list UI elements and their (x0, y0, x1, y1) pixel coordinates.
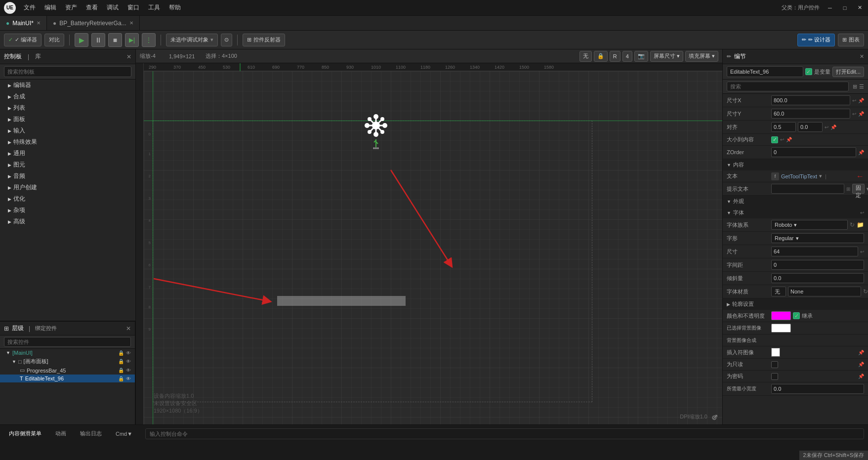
reset-align-icon[interactable]: ↩ (825, 125, 828, 130)
palette-item-list[interactable]: ▶ 列表 (0, 102, 135, 114)
canvas-flower-widget[interactable] (361, 112, 391, 153)
align-pin-icon[interactable]: 📌 (830, 125, 836, 130)
canvas-btn-camera[interactable]: 📷 (634, 51, 648, 62)
palette-item-common[interactable]: ▶ 通用 (0, 148, 135, 159)
font-reload-icon[interactable]: ↻ (850, 221, 855, 228)
more-button[interactable]: ⋮ (142, 33, 156, 47)
close-button[interactable]: ✕ (855, 3, 864, 12)
bottom-tab-content[interactable]: 内容侧滑菜单 (4, 429, 46, 438)
bottom-tab-output[interactable]: 输出日志 (75, 429, 107, 438)
font-folder-icon[interactable]: 📁 (857, 221, 864, 228)
hier-item-mainui[interactable]: ▼ [MainUI] 🔒 👁 (0, 349, 135, 357)
palette-item-effects[interactable]: ▶ 特殊效果 (0, 136, 135, 148)
menu-edit[interactable]: 编辑 (41, 2, 60, 13)
stop-button[interactable]: ■ (108, 33, 122, 47)
min-width-input[interactable] (771, 384, 864, 394)
menu-debug[interactable]: 调试 (103, 2, 123, 13)
debug-target-icon[interactable]: ⊙ (221, 34, 232, 46)
reflector-button[interactable]: ⊞ 控件反射器 (243, 34, 285, 46)
palette-item-optimize[interactable]: ▶ 优化 (0, 193, 135, 205)
tab-bp[interactable]: ● BP_BatteryRetrieverGa... ✕ (47, 16, 140, 30)
canvas-btn-4[interactable]: 4 (622, 51, 632, 62)
play-button[interactable]: ▶ (75, 33, 88, 47)
component-name-input[interactable] (727, 66, 803, 77)
canvas-viewport[interactable]: 0 1 2 3 4 5 6 7 8 9 (144, 71, 722, 424)
search-input[interactable] (4, 66, 131, 77)
sizeY-input[interactable] (771, 109, 850, 119)
zorder-input[interactable] (771, 147, 856, 157)
selected-bg-swatch[interactable] (771, 324, 791, 333)
debug-target-selector[interactable]: 未选中调试对象 ▾ (166, 34, 218, 46)
hier-item-canvas[interactable]: ▼ □ [画布面板] 🔒 👁 (0, 357, 135, 366)
diff-button[interactable]: 对比 (44, 34, 64, 46)
palette-item-editor[interactable]: ▶ 编辑器 (0, 80, 135, 91)
palette-item-panel[interactable]: ▶ 面板 (0, 114, 135, 125)
hierarchy-close-icon[interactable]: ✕ (126, 325, 131, 332)
menu-asset[interactable]: 资产 (61, 2, 81, 13)
sizeX-pin-icon[interactable]: 📌 (858, 98, 864, 103)
open-editor-btn[interactable]: 打开Edit... (832, 67, 864, 77)
list-view-icon[interactable]: ☰ (859, 84, 864, 90)
palette-item-primitive[interactable]: ▶ 图元 (0, 159, 135, 170)
reset-size-icon[interactable]: ↩ (860, 249, 864, 254)
right-panel-close[interactable]: ✕ (860, 53, 864, 60)
font-style-dropdown[interactable]: Regular ▾ (771, 233, 864, 243)
reset-sizeY-icon[interactable]: ↩ (852, 111, 856, 117)
menu-window[interactable]: 窗口 (124, 2, 143, 13)
screen-size-dropdown[interactable]: 屏幕尺寸 ▾ (650, 51, 683, 62)
sizeY-pin-icon[interactable]: 📌 (858, 111, 864, 117)
hint-input[interactable] (771, 184, 844, 194)
section-appearance-header[interactable]: ▼ 外观 (723, 196, 868, 207)
tab-mainui-close[interactable]: ✕ (37, 20, 41, 26)
tab-bp-close[interactable]: ✕ (129, 20, 133, 26)
tab-mainui[interactable]: ● MainUI* ✕ (0, 16, 47, 30)
fill-screen-dropdown[interactable]: 填充屏幕 ▾ (685, 51, 718, 62)
is-variable-checkbox[interactable]: ✓ (805, 68, 812, 75)
palette-item-advanced[interactable]: ▶ 高级 (0, 216, 135, 227)
palette-item-misc[interactable]: ▶ 杂项 (0, 205, 135, 216)
password-checkbox[interactable] (771, 373, 778, 380)
palette-item-composite[interactable]: ▶ 合成 (0, 91, 135, 102)
menu-help[interactable]: 帮助 (165, 2, 185, 13)
canvas-btn-none[interactable]: 无 (579, 51, 592, 62)
font-reload-icon[interactable]: ↻ (863, 288, 868, 295)
readonly-checkbox[interactable] (771, 361, 778, 368)
pause-button[interactable]: ⏸ (91, 33, 105, 47)
skip-button[interactable]: ▶| (125, 33, 139, 47)
menu-tools[interactable]: 工具 (144, 2, 164, 13)
bottom-tab-cmd[interactable]: Cmd▼ (111, 430, 137, 438)
hint-fixed-btn[interactable]: 固定 (852, 184, 865, 194)
font-material-none-dropdown[interactable]: 无 (771, 287, 786, 296)
hier-item-progressbar[interactable]: ▭ ProgressBar_45 🔒 👁 (0, 366, 135, 375)
hier-item-editabletext[interactable]: T EditableText_96 🔒 👁 (0, 375, 135, 382)
maximize-button[interactable]: □ (840, 3, 849, 12)
menu-file[interactable]: 文件 (20, 2, 40, 13)
font-material-input[interactable] (788, 287, 861, 296)
prop-search-input[interactable] (727, 82, 849, 91)
menu-view[interactable]: 查看 (82, 2, 102, 13)
font-size-input[interactable] (771, 247, 858, 256)
grid-view-icon[interactable]: ⊞ (853, 84, 857, 90)
canvas-text-widget[interactable] (277, 296, 406, 306)
reset-fit-icon[interactable]: ↩ (780, 137, 784, 142)
color-swatch[interactable] (771, 311, 791, 320)
bottom-tab-animation[interactable]: 动画 (50, 429, 71, 438)
designer-button[interactable]: ✏ ✏ 设计器 (797, 34, 835, 46)
section-outline-header[interactable]: ▶ 轮廓设置 (723, 298, 868, 310)
section-font-header[interactable]: ▼ 字体 ↩ (723, 207, 868, 218)
fit-content-checkbox[interactable]: ✓ (771, 136, 778, 143)
insert-pin-icon[interactable]: 📌 (858, 350, 864, 355)
palette-item-audio[interactable]: ▶ 音频 (0, 170, 135, 182)
zorder-pin-icon[interactable]: 📌 (858, 150, 864, 155)
inherit-checkbox[interactable]: ✓ (793, 312, 800, 319)
align-x-input[interactable] (771, 122, 796, 132)
hier-search-input[interactable] (4, 337, 131, 347)
canvas-btn-r[interactable]: R (610, 51, 620, 62)
resize-handle[interactable]: ↗ (712, 413, 718, 420)
minimize-button[interactable]: ─ (826, 3, 834, 12)
graph-button[interactable]: ⊞ 图表 (838, 34, 864, 46)
reset-sizeX-icon[interactable]: ↩ (852, 98, 856, 103)
panel-tab-library[interactable]: 库 (35, 52, 41, 61)
letter-spacing-input[interactable] (771, 260, 864, 270)
password-pin-icon[interactable]: 📌 (858, 374, 864, 379)
